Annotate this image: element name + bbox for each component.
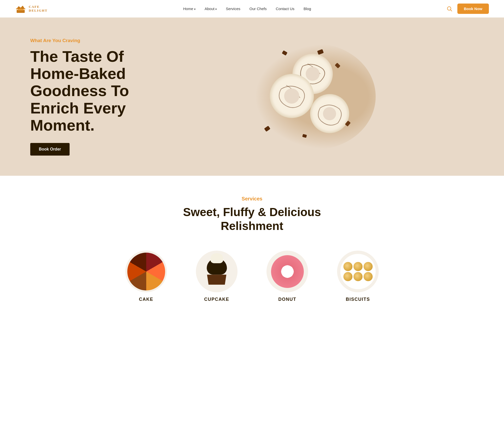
nav-link-services[interactable]: Services xyxy=(226,7,241,11)
cake-icon xyxy=(127,253,165,290)
search-icon xyxy=(447,6,452,12)
choco-chunk-3 xyxy=(335,63,340,69)
drizzle-3 xyxy=(310,94,349,133)
nav-link-home[interactable]: Home xyxy=(183,7,195,11)
cupcake-icon xyxy=(206,258,227,285)
donut-circle xyxy=(266,251,308,292)
biscuit-group xyxy=(343,262,373,281)
biscuits-label: BISCUITS xyxy=(346,297,370,302)
biscuit-2 xyxy=(353,262,363,271)
services-heading: Sweet, Fluffy & DeliciousRelishment xyxy=(15,205,489,233)
svg-line-7 xyxy=(450,10,452,11)
hero-blob xyxy=(255,44,376,150)
donut-icon xyxy=(271,255,304,288)
svg-rect-9 xyxy=(314,70,317,73)
hero-image-area xyxy=(151,44,479,150)
service-item-donut[interactable]: DONUT xyxy=(262,251,313,302)
svg-point-5 xyxy=(24,8,25,9)
cupcake-label: CUPCAKE xyxy=(204,297,229,302)
svg-point-4 xyxy=(20,7,21,8)
svg-rect-8 xyxy=(310,67,314,71)
logo-icon xyxy=(15,3,26,14)
hero-craving-label: What Are You Craving xyxy=(30,38,151,43)
biscuit-6 xyxy=(364,272,373,281)
donut-3 xyxy=(310,94,349,133)
hero-text: What Are You Craving The Taste OfHome-Ba… xyxy=(30,38,151,156)
book-now-button[interactable]: Book Now xyxy=(457,4,489,14)
nav-links: Home About Services Our Chefs Contact Us… xyxy=(183,7,311,11)
cupcake-circle xyxy=(196,251,238,292)
logo-text: CAFE DELIGHT xyxy=(29,5,48,12)
hero-heading: The Taste OfHome-BakedGoodness ToEnrich … xyxy=(30,48,151,134)
choco-chunk-1 xyxy=(282,50,287,56)
choco-chunk-4 xyxy=(264,126,270,132)
biscuits-icon xyxy=(340,254,376,289)
biscuit-1 xyxy=(343,262,352,271)
biscuits-circle xyxy=(337,251,379,292)
nav-item-contact[interactable]: Contact Us xyxy=(276,7,294,11)
nav-item-services[interactable]: Services xyxy=(226,7,241,11)
service-item-biscuits[interactable]: BISCUITS xyxy=(333,251,383,302)
logo[interactable]: CAFE DELIGHT xyxy=(15,3,48,14)
donut-container xyxy=(262,49,368,144)
cupcake-base xyxy=(206,275,227,285)
nav-link-contact[interactable]: Contact Us xyxy=(276,7,294,11)
cake-label: CAKE xyxy=(139,297,153,302)
nav-item-home[interactable]: Home xyxy=(183,7,195,11)
svg-rect-1 xyxy=(18,9,24,10)
biscuit-5 xyxy=(353,272,363,281)
nav-item-about[interactable]: About xyxy=(205,7,217,11)
navbar: CAFE DELIGHT Home About Services Our Che… xyxy=(0,0,504,18)
nav-link-chefs[interactable]: Our Chefs xyxy=(249,7,266,11)
services-label: Services xyxy=(15,196,489,202)
svg-point-3 xyxy=(16,8,17,9)
services-grid: CAKE CUPCAKE DONUT xyxy=(15,251,489,302)
cupcake-top xyxy=(207,258,227,275)
donut-2 xyxy=(270,74,314,118)
service-item-cake[interactable]: CAKE xyxy=(121,251,171,302)
search-button[interactable] xyxy=(447,6,452,12)
cake-circle xyxy=(125,251,167,292)
hero-section: What Are You Craving The Taste OfHome-Ba… xyxy=(0,18,504,176)
hero-cta-button[interactable]: Book Order xyxy=(30,143,70,156)
service-item-cupcake[interactable]: CUPCAKE xyxy=(192,251,242,302)
services-section: Services Sweet, Fluffy & DeliciousRelish… xyxy=(0,176,504,327)
nav-right: Book Now xyxy=(447,4,489,14)
donut-label: DONUT xyxy=(278,297,297,302)
biscuit-3 xyxy=(364,262,373,271)
nav-item-blog[interactable]: Blog xyxy=(304,7,311,11)
biscuit-4 xyxy=(343,272,352,281)
choco-chunk-5 xyxy=(302,134,307,138)
drizzle-2 xyxy=(270,74,314,118)
cupcake-cream xyxy=(211,253,223,263)
nav-link-blog[interactable]: Blog xyxy=(304,7,311,11)
nav-item-chefs[interactable]: Our Chefs xyxy=(249,7,266,11)
nav-link-about[interactable]: About xyxy=(205,7,217,11)
